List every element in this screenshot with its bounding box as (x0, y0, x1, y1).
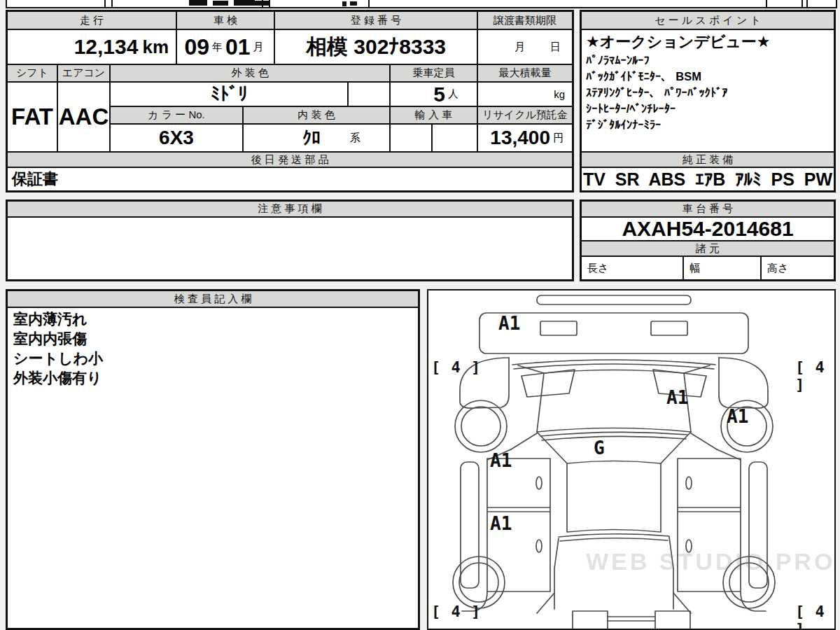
inspection-month-suffix: 月 (253, 41, 264, 54)
auction-sheet: 走 行 車 検 登 録 番 号 譲渡書類期限 12,134 km 09 年 01… (0, 0, 840, 630)
interior-color-header: 内 装 色 (243, 106, 390, 124)
later-parts-header: 後 日 発 送 部 品 (7, 152, 573, 167)
transfer-month-label: 月 (514, 41, 525, 54)
vehicle-table: 走 行 車 検 登 録 番 号 譲渡書類期限 12,134 km 09 年 01… (6, 10, 574, 192)
recycle-value: 13,400 円 (477, 124, 573, 152)
clipped-text (255, 1, 269, 6)
car-rear-window-edge-2 (560, 538, 668, 541)
import-car-cell-2 (432, 124, 477, 152)
car-cowl-arc-2 (542, 436, 686, 440)
tire-depth-rear-left: [ 4 ] (431, 603, 481, 620)
sales-point-line: ﾊﾟﾉﾗﾏﾑｰﾝﾙｰﾌ (582, 52, 834, 69)
sales-point-line: ｽﾃｱﾘﾝｸﾞﾋｰﾀｰ、 ﾊﾟﾜｰﾊﾞｯｸﾄﾞｱ (582, 85, 834, 101)
damage-mark-windshield: A1 (666, 387, 688, 408)
inspection-value: 09 年 01 月 (176, 29, 274, 64)
sales-point-line: ﾊﾞｯｸｶﾞｲﾄﾞﾓﾆﾀｰ、 BSM (582, 69, 834, 85)
notes-header: 注 意 事 項 欄 (7, 201, 573, 217)
inspector-line: 外装小傷有り (8, 368, 418, 388)
recycle-header: リサイクル預託金 (477, 106, 573, 124)
aircon-header: エアコン (57, 64, 110, 82)
notes-body (7, 217, 573, 280)
car-left-rocker (461, 462, 479, 588)
inspector-line: 室内内張傷 (8, 329, 418, 349)
clipped-text (350, 1, 357, 6)
car-hood-edge-2 (514, 364, 714, 369)
clipped-text (189, 0, 207, 6)
chassis-panel: 車 台 番 号 AXAH54-2014681 諸 元 長さ 幅 高さ (580, 200, 836, 281)
sales-points-panel: セ ー ル ス ポ イ ン ト ★オークションデビュー★ ﾊﾟﾉﾗﾏﾑｰﾝﾙｰﾌ… (580, 10, 836, 192)
spec-width: 幅 (683, 256, 761, 280)
spec-height: 高さ (761, 256, 834, 280)
exterior-color-extra-cell (348, 82, 390, 106)
car-left-front-door-handle (536, 477, 542, 489)
inspection-month: 01 (225, 34, 251, 60)
inspection-year-suffix: 年 (212, 41, 223, 54)
divider (806, 0, 808, 7)
recycle-unit: 円 (553, 132, 564, 145)
capacity-value: 5 人 (390, 82, 477, 106)
inspector-line: シートしわ小 (8, 349, 418, 368)
mileage-value: 12,134 km (7, 29, 176, 64)
capacity-header: 乗車定員 (390, 64, 477, 82)
car-rear-bumper-left (573, 611, 608, 629)
car-right-front-door-handle (686, 477, 692, 489)
clipped-text (213, 1, 228, 6)
car-diagram-panel: WEB STUDIO.PRO A1 A1 A1 G A1 A1 [ 4 ] [ … (427, 289, 836, 630)
exterior-color-header: 外 装 色 (110, 64, 390, 82)
registration-header: 登 録 番 号 (274, 11, 477, 29)
color-no-header: カ ラ ー No. (110, 106, 243, 124)
capacity-unit: 人 (448, 88, 458, 101)
car-left-rear-door-handle (536, 540, 542, 552)
sales-points-header: セ ー ル ス ポ イ ン ト (581, 11, 834, 29)
damage-mark-glass: G (594, 438, 605, 458)
aircon-value: AAC (57, 82, 110, 152)
mileage-header: 走 行 (7, 11, 176, 29)
interior-color-suffix: 系 (350, 132, 360, 145)
divider (111, 0, 113, 7)
inspector-header: 検 査 員 記 入 欄 (7, 290, 419, 307)
damage-mark-right-front-fender: A1 (727, 406, 748, 427)
import-car-header: 輸 入 車 (390, 106, 477, 124)
tire-depth-rear-right: [ 4 ] (795, 603, 834, 630)
car-front-top-strip (537, 295, 691, 304)
shift-value: FAT (7, 82, 57, 152)
tire-depth-front-left: [ 4 ] (431, 358, 481, 376)
car-rear-bumper-bar (608, 617, 655, 621)
divider (368, 0, 370, 7)
color-no-value: 6X3 (110, 124, 243, 152)
damage-mark-left-rear-door: A1 (490, 513, 512, 534)
damage-mark-front-bumper: A1 (498, 313, 520, 334)
inspection-header: 車 検 (176, 11, 274, 29)
car-headlight-right (651, 321, 687, 335)
divider (104, 0, 106, 7)
inspector-panel: 検 査 員 記 入 欄 室内薄汚れ 室内内張傷 シートしわ小 外装小傷有り (6, 289, 420, 630)
chassis-value: AXAH54-2014681 (581, 217, 834, 241)
car-roof (567, 461, 661, 533)
plate-number: 相模 302ﾅ8333 (306, 33, 446, 62)
max-load-value: kg (477, 82, 573, 106)
inspection-year: 09 (184, 34, 209, 60)
sales-point-line: ﾃﾞｼﾞﾀﾙｲﾝﾅｰﾐﾗｰ (582, 117, 834, 133)
watermark: WEB STUDIO.PRO (586, 548, 835, 575)
clipped-text (342, 1, 346, 6)
car-rear-bumper-right (655, 611, 690, 629)
sales-points-body: ★オークションデビュー★ ﾊﾟﾉﾗﾏﾑｰﾝﾙｰﾌ ﾊﾞｯｸｶﾞｲﾄﾞﾓﾆﾀｰ、 … (581, 29, 834, 152)
equipment-value: TV SR ABS ｴｱB ｱﾙﾐ PS PW (581, 167, 834, 191)
car-cowl-left (522, 370, 575, 397)
mileage-unit: km (142, 36, 169, 58)
notes-panel: 注 意 事 項 欄 (6, 200, 574, 281)
divider (802, 0, 803, 7)
divider (766, 0, 767, 7)
car-rear-window-edge (559, 534, 669, 537)
transfer-deadline-header: 譲渡書類期限 (477, 11, 573, 29)
chassis-header: 車 台 番 号 (581, 201, 834, 217)
car-left-door-divider (487, 507, 550, 512)
transfer-day-label: 日 (550, 41, 561, 54)
mileage-number: 12,134 (74, 35, 139, 59)
spec-length: 長さ (581, 256, 683, 280)
inspector-body: 室内薄汚れ 室内内張傷 シートしわ小 外装小傷有り (7, 307, 419, 629)
import-car-cell-1 (390, 124, 432, 152)
shift-header: シフト (7, 64, 57, 82)
sales-point-line: ｼｰﾄﾋｰﾀｰ/ﾍﾞﾝﾁﾚｰﾀｰ (582, 101, 834, 117)
tire-depth-front-right: [ 4 ] (795, 358, 834, 393)
